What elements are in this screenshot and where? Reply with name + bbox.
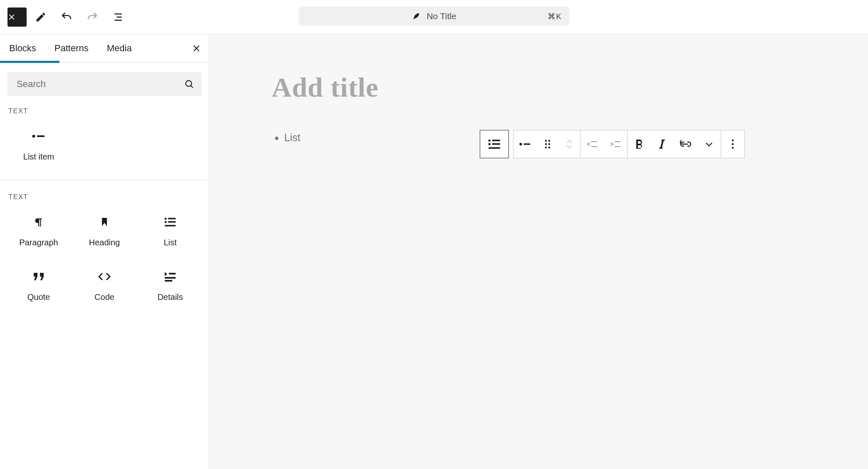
- svg-rect-15: [489, 147, 500, 149]
- svg-rect-10: [165, 280, 172, 282]
- top-toolbar: No Title ⌘K: [0, 0, 868, 34]
- svg-point-26: [732, 147, 734, 149]
- svg-rect-12: [492, 140, 500, 141]
- more-format-button[interactable]: [697, 130, 721, 158]
- block-code[interactable]: Code: [73, 266, 136, 305]
- block-label: Quote: [27, 292, 50, 302]
- document-title: No Title: [427, 11, 456, 21]
- category-label: TEXT: [8, 193, 201, 201]
- italic-button[interactable]: [651, 130, 674, 158]
- redo-button[interactable]: [81, 5, 104, 29]
- svg-point-19: [548, 140, 551, 142]
- svg-rect-8: [169, 273, 176, 274]
- block-quote[interactable]: Quote: [7, 266, 70, 305]
- tab-blocks[interactable]: Blocks: [0, 34, 45, 62]
- editor-canvas[interactable]: Add title: [209, 34, 868, 469]
- svg-point-11: [489, 140, 491, 142]
- tool-group-options: [721, 130, 745, 158]
- undo-icon: [60, 11, 73, 23]
- block-label: Code: [94, 292, 114, 302]
- document-overview-button[interactable]: [107, 5, 130, 29]
- svg-point-23: [548, 147, 551, 149]
- block-heading[interactable]: Heading: [73, 211, 136, 251]
- svg-rect-6: [168, 221, 176, 223]
- list-item-icon: [519, 140, 531, 148]
- tab-patterns[interactable]: Patterns: [45, 34, 98, 62]
- paragraph-icon: [31, 215, 46, 230]
- pencil-icon: [35, 11, 47, 23]
- drag-handle[interactable]: [537, 130, 558, 158]
- feather-icon: [412, 12, 421, 21]
- svg-point-1: [32, 135, 35, 138]
- indent-button[interactable]: [604, 130, 627, 158]
- chevron-down-icon: [705, 141, 713, 147]
- document: Add title: [209, 34, 868, 181]
- tool-group-parent: [480, 130, 509, 158]
- list-item-type-button[interactable]: [513, 130, 537, 158]
- block-label: Heading: [89, 238, 120, 247]
- undo-button[interactable]: [55, 5, 78, 29]
- search-input[interactable]: [7, 72, 201, 96]
- svg-rect-2: [37, 135, 45, 137]
- move-handle[interactable]: [558, 130, 580, 158]
- link-button[interactable]: [674, 130, 697, 158]
- close-icon: [192, 44, 201, 53]
- block-grid: List item: [7, 125, 201, 165]
- tab-media[interactable]: Media: [98, 34, 141, 62]
- post-title-input[interactable]: Add title: [272, 72, 806, 103]
- tool-group-indent: [580, 130, 627, 158]
- details-icon: [163, 269, 178, 284]
- inserter-tabs: Blocks Patterns Media: [0, 34, 209, 63]
- svg-rect-9: [165, 277, 176, 279]
- heading-icon: [97, 215, 112, 230]
- block-label: Details: [157, 292, 183, 302]
- outdent-button[interactable]: [580, 130, 604, 158]
- list-item-icon: [31, 129, 46, 144]
- move-icon: [565, 139, 573, 149]
- drag-icon: [544, 139, 551, 150]
- tool-group-format: [627, 130, 721, 158]
- link-icon: [680, 140, 692, 148]
- svg-rect-7: [165, 225, 176, 227]
- code-icon: [97, 269, 112, 284]
- svg-rect-14: [492, 143, 500, 145]
- workspace: Blocks Patterns Media TEXT: [0, 34, 868, 469]
- svg-point-24: [732, 140, 734, 142]
- svg-point-25: [732, 143, 734, 145]
- bold-button[interactable]: [627, 130, 651, 158]
- svg-point-5: [165, 221, 167, 223]
- document-title-bar[interactable]: No Title ⌘K: [299, 7, 569, 26]
- svg-point-20: [545, 143, 547, 145]
- tool-group-transform: [513, 130, 580, 158]
- block-options-button[interactable]: [721, 130, 744, 158]
- close-panel-button[interactable]: [184, 34, 209, 62]
- block-details[interactable]: Details: [139, 266, 201, 305]
- list-view-icon: [112, 11, 124, 23]
- search-icon: [184, 79, 195, 90]
- redo-icon: [86, 11, 99, 23]
- inserter-scroll: TEXT List item TEXT Paragraph: [0, 63, 209, 318]
- block-list-item[interactable]: List item: [7, 125, 70, 165]
- bold-icon: [635, 139, 644, 150]
- svg-point-3: [165, 218, 167, 220]
- svg-point-18: [545, 140, 547, 142]
- command-shortcut: ⌘K: [548, 12, 562, 21]
- edit-button[interactable]: [29, 5, 52, 29]
- svg-point-16: [519, 143, 522, 145]
- category-label: TEXT: [8, 107, 201, 115]
- close-button[interactable]: [7, 7, 27, 27]
- select-list-block-button[interactable]: [480, 130, 508, 158]
- search-wrap: [7, 72, 201, 96]
- list-icon: [163, 215, 178, 230]
- close-icon: [7, 13, 16, 21]
- block-paragraph[interactable]: Paragraph: [7, 211, 70, 251]
- quote-icon: [31, 269, 46, 284]
- block-label: Paragraph: [19, 238, 58, 247]
- block-list[interactable]: List: [139, 211, 201, 251]
- svg-point-22: [545, 147, 547, 149]
- indent-icon: [610, 139, 621, 149]
- svg-rect-4: [168, 218, 176, 220]
- block-grid: Paragraph Heading List: [7, 211, 201, 305]
- more-vertical-icon: [731, 139, 734, 150]
- list-block-icon: [488, 138, 501, 150]
